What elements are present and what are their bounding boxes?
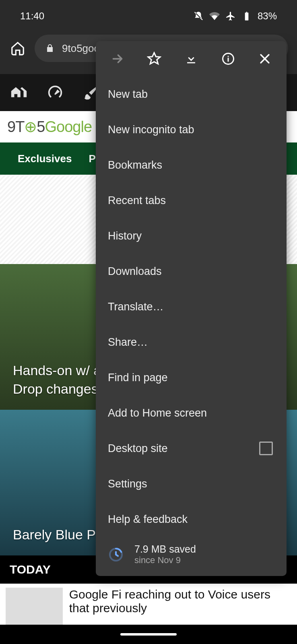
tab-exclusives[interactable]: Exclusives <box>18 153 72 165</box>
menu-new-tab[interactable]: New tab <box>96 76 287 112</box>
data-saver-icon <box>108 547 124 563</box>
menu-desktop-site[interactable]: Desktop site <box>96 431 287 466</box>
news-headline: Google Fi reaching out to Voice users th… <box>69 588 291 628</box>
menu-translate[interactable]: Translate… <box>96 289 287 324</box>
menu-downloads[interactable]: Downloads <box>96 254 287 289</box>
data-saver-row[interactable]: 7.9 MB saved since Nov 9 <box>96 537 287 569</box>
gesture-handle[interactable] <box>120 633 177 636</box>
forward-button[interactable] <box>109 50 126 68</box>
close-menu-button[interactable] <box>256 50 274 68</box>
menu-bookmarks[interactable]: Bookmarks <box>96 147 287 183</box>
battery-percent: 83% <box>258 10 277 22</box>
desktop-site-checkbox[interactable] <box>259 442 273 455</box>
houses-icon[interactable] <box>10 83 28 102</box>
battery-icon <box>241 11 252 21</box>
data-saved-amount: 7.9 MB saved <box>134 543 196 555</box>
url-text: 9to5goo <box>62 42 100 55</box>
bookmark-button[interactable] <box>145 50 163 68</box>
download-button[interactable] <box>182 50 200 68</box>
data-saved-since: since Nov 9 <box>134 555 196 566</box>
menu-add-to-home-screen[interactable]: Add to Home screen <box>96 395 287 431</box>
system-navbar[interactable] <box>0 625 297 644</box>
menu-new-incognito-tab[interactable]: New incognito tab <box>96 112 287 147</box>
menu-settings[interactable]: Settings <box>96 466 287 502</box>
menu-history[interactable]: History <box>96 218 287 254</box>
home-button[interactable] <box>9 39 27 57</box>
gauge-icon[interactable] <box>46 83 64 102</box>
chrome-overflow-menu: New tab New incognito tab Bookmarks Rece… <box>96 41 287 576</box>
status-time: 11:40 <box>20 10 44 22</box>
menu-share[interactable]: Share… <box>96 324 287 360</box>
menu-recent-tabs[interactable]: Recent tabs <box>96 183 287 218</box>
airplane-icon <box>225 11 236 21</box>
status-icons: 83% <box>193 10 277 22</box>
menu-find-in-page[interactable]: Find in page <box>96 360 287 395</box>
info-button[interactable] <box>219 50 237 68</box>
wifi-icon <box>209 11 220 21</box>
status-bar: 11:40 83% <box>0 0 297 32</box>
menu-icon-row <box>96 41 287 76</box>
lock-icon <box>45 43 55 53</box>
bell-off-icon <box>193 11 204 21</box>
news-thumbnail <box>6 588 63 628</box>
menu-help-feedback[interactable]: Help & feedback <box>96 502 287 537</box>
